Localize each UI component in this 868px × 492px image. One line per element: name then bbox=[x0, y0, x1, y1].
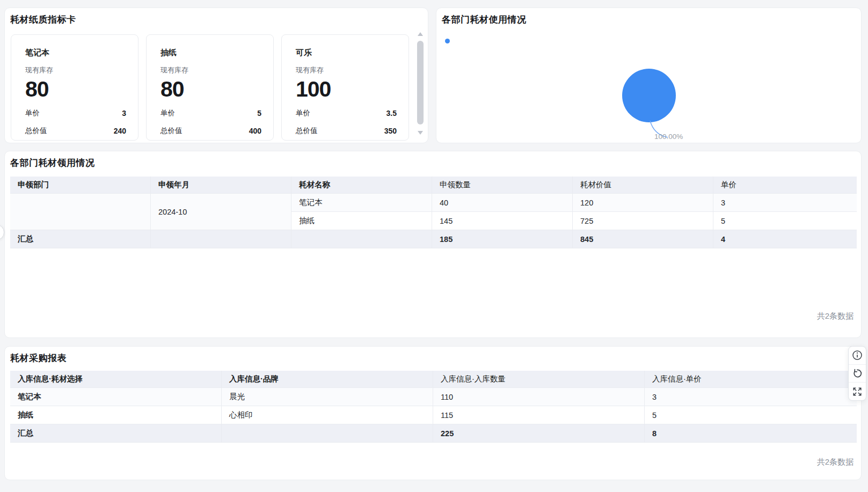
fullscreen-icon bbox=[852, 386, 863, 397]
cell-month-merged: 2024-10 bbox=[151, 194, 291, 230]
summary-empty bbox=[291, 230, 432, 248]
total-value-value: 240 bbox=[114, 127, 126, 135]
stock-label: 现有库存 bbox=[296, 65, 397, 75]
cell-qty: 115 bbox=[433, 406, 645, 424]
total-value-label: 总价值 bbox=[296, 126, 318, 136]
record-count: 共2条数据 bbox=[817, 457, 854, 467]
cell-qty: 40 bbox=[432, 194, 573, 212]
cell-price: 3 bbox=[713, 194, 857, 212]
cell-name: 抽纸 bbox=[291, 212, 432, 230]
header-cell-price: 单价 bbox=[713, 177, 857, 194]
header-cell-qty: 入库信息·入库数量 bbox=[433, 371, 645, 388]
cell-value: 120 bbox=[573, 194, 713, 212]
cell-name: 笔记本 bbox=[291, 194, 432, 212]
summary-empty bbox=[151, 230, 291, 248]
cell-dept-merged bbox=[10, 194, 151, 230]
header-cell-brand: 入库信息·品牌 bbox=[222, 371, 433, 388]
usage-pie-panel: 各部门耗材使用情况 100.00% bbox=[436, 8, 862, 143]
unit-price-value: 3 bbox=[122, 109, 126, 118]
stock-value: 80 bbox=[161, 78, 261, 100]
unit-price-label: 单价 bbox=[296, 108, 310, 118]
summary-label: 汇总 bbox=[10, 230, 151, 248]
summary-price: 4 bbox=[713, 230, 857, 248]
unit-price-value: 5 bbox=[257, 109, 261, 118]
stat-card-cola: 可乐 现有库存 100 单价 3.5 总价值 350 bbox=[281, 34, 409, 141]
stat-card-tissue: 抽纸 现有库存 80 单价 5 总价值 400 bbox=[146, 34, 274, 141]
cell-price: 5 bbox=[645, 406, 857, 424]
card-title: 抽纸 bbox=[161, 48, 261, 58]
summary-label: 汇总 bbox=[10, 424, 222, 443]
scroll-up-arrow[interactable] bbox=[418, 32, 423, 36]
header-cell-value: 耗材价值 bbox=[573, 177, 713, 194]
info-icon bbox=[852, 350, 863, 361]
summary-value: 845 bbox=[573, 230, 713, 248]
unit-price-label: 单价 bbox=[25, 108, 40, 118]
purchase-table: 入库信息·耗材选择 入库信息·品牌 入库信息·入库数量 入库信息·单价 笔记本 … bbox=[10, 371, 857, 443]
stock-label: 现有库存 bbox=[161, 65, 261, 75]
cell-brand: 晨光 bbox=[222, 388, 433, 406]
stat-card-notebook: 笔记本 现有库存 80 单价 3 总价值 240 bbox=[11, 34, 138, 141]
panel-collapse-handle[interactable] bbox=[0, 224, 4, 240]
cell-qty: 110 bbox=[433, 388, 645, 406]
cell-item: 抽纸 bbox=[10, 406, 222, 424]
cell-price: 3 bbox=[645, 388, 857, 406]
cell-qty: 145 bbox=[432, 212, 573, 230]
refresh-icon bbox=[852, 368, 863, 379]
scroll-thumb[interactable] bbox=[417, 41, 424, 124]
summary-qty: 185 bbox=[432, 230, 573, 248]
total-value-value: 350 bbox=[384, 127, 397, 135]
record-count: 共2条数据 bbox=[817, 311, 854, 321]
pie-chart bbox=[436, 8, 861, 143]
refresh-button[interactable] bbox=[849, 364, 866, 383]
header-cell-qty: 申领数量 bbox=[432, 177, 573, 194]
header-cell-item: 入库信息·耗材选择 bbox=[10, 371, 222, 388]
summary-empty bbox=[222, 424, 433, 443]
chart-action-toolbar bbox=[848, 346, 866, 401]
stat-panel-title: 耗材纸质指标卡 bbox=[10, 13, 76, 26]
cell-price: 5 bbox=[713, 212, 857, 230]
requisition-table: 申领部门 申领年月 耗材名称 申领数量 耗材价值 单价 2024-10 笔记本 … bbox=[10, 177, 857, 248]
total-value-label: 总价值 bbox=[25, 126, 47, 136]
pie-percent-label: 100.00% bbox=[654, 133, 683, 141]
purchase-panel-title: 耗材采购报表 bbox=[10, 352, 67, 364]
header-cell-dept: 申领部门 bbox=[10, 177, 151, 194]
stat-card-list: 笔记本 现有库存 80 单价 3 总价值 240 抽纸 现有库存 80 单价 5… bbox=[11, 34, 415, 142]
summary-price: 8 bbox=[645, 424, 857, 443]
requisition-panel: 各部门耗材领用情况 申领部门 申领年月 耗材名称 申领数量 耗材价值 单价 20… bbox=[4, 151, 862, 338]
card-title: 可乐 bbox=[296, 48, 397, 58]
cell-value: 725 bbox=[573, 212, 713, 230]
header-cell-name: 耗材名称 bbox=[291, 177, 432, 194]
stock-label: 现有库存 bbox=[25, 65, 126, 75]
stats-scrollbar[interactable] bbox=[417, 31, 424, 136]
stock-value: 100 bbox=[296, 78, 397, 100]
fullscreen-button[interactable] bbox=[849, 382, 866, 400]
unit-price-label: 单价 bbox=[161, 108, 175, 118]
stock-value: 80 bbox=[25, 78, 126, 100]
summary-qty: 225 bbox=[433, 424, 645, 443]
cell-item: 笔记本 bbox=[10, 388, 222, 406]
total-value-label: 总价值 bbox=[161, 126, 183, 136]
header-cell-month: 申领年月 bbox=[151, 177, 291, 194]
info-button[interactable] bbox=[849, 347, 866, 364]
header-cell-price: 入库信息·单价 bbox=[645, 371, 857, 388]
card-title: 笔记本 bbox=[25, 48, 126, 58]
cell-brand: 心相印 bbox=[222, 406, 433, 424]
total-value-value: 400 bbox=[249, 127, 261, 135]
scroll-down-arrow[interactable] bbox=[418, 131, 423, 135]
requisition-panel-title: 各部门耗材领用情况 bbox=[10, 157, 95, 169]
purchase-panel: 耗材采购报表 入库信息·耗材选择 入库信息·品牌 入库信息·入库数量 入库信息·… bbox=[4, 346, 862, 480]
pie-slice-100 bbox=[622, 69, 676, 122]
unit-price-value: 3.5 bbox=[386, 109, 397, 118]
stat-cards-panel: 耗材纸质指标卡 笔记本 现有库存 80 单价 3 总价值 240 抽纸 现有库存… bbox=[4, 8, 428, 143]
